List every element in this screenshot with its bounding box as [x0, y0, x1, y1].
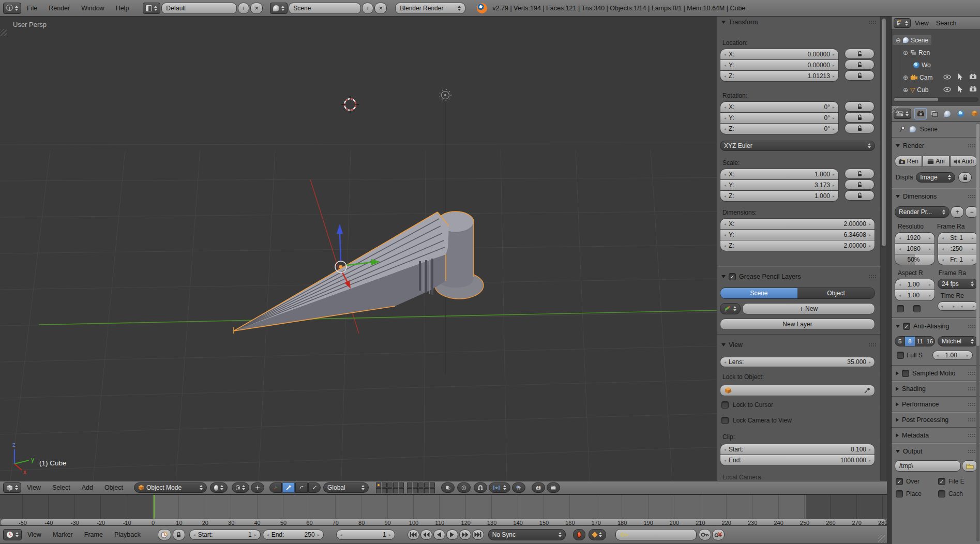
panel-header-performance[interactable]: Performance: [896, 401, 980, 408]
menu-view3d-select[interactable]: Select: [47, 484, 76, 491]
render-still-button[interactable]: Ren: [895, 156, 922, 167]
display-mode-dropdown[interactable]: Image: [916, 172, 955, 183]
snap-element-dropdown[interactable]: [489, 482, 510, 493]
screen-layout-selector[interactable]: [143, 3, 160, 14]
transform-orientation-dropdown[interactable]: Global: [323, 482, 369, 493]
time-remap-new-field[interactable]: ◂▸: [958, 302, 978, 310]
scene-selector-icon-button[interactable]: [270, 3, 288, 14]
menu-timeline-marker[interactable]: Marker: [47, 531, 79, 538]
frame-end-field[interactable]: ◂End:250▸: [263, 530, 324, 540]
outliner-item-cube[interactable]: ⊕ ▽ Cub: [903, 85, 928, 95]
panel-header-anti-aliasing[interactable]: ✓ Anti-Aliasing: [896, 323, 980, 330]
lock-time-cursor-button[interactable]: [173, 529, 185, 540]
lock-camera-checkbox[interactable]: [721, 417, 729, 424]
output-path-field[interactable]: /tmp\: [895, 460, 961, 472]
mode-dropdown[interactable]: Object Mode: [134, 482, 207, 493]
delete-scene-button[interactable]: ×: [374, 3, 387, 14]
npanel-scrollbar[interactable]: [881, 17, 886, 481]
keying-set-field[interactable]: [615, 529, 697, 540]
camera-row-select-icon[interactable]: [958, 73, 963, 80]
grease-pencil-new-button[interactable]: +New: [742, 303, 875, 314]
panel-drag-grip[interactable]: [968, 433, 976, 437]
menu-timeline-frame[interactable]: Frame: [79, 531, 109, 538]
timeline-scrollbar[interactable]: -50-40-30-20-100102030405060708090100110…: [0, 519, 887, 525]
current-frame-marker[interactable]: [154, 495, 155, 519]
layer-group-1[interactable]: [376, 482, 404, 493]
full-sample-checkbox[interactable]: [897, 352, 904, 359]
panel-drag-grip[interactable]: [968, 402, 976, 406]
lock-rotation-z-button[interactable]: [845, 123, 875, 133]
menu-help[interactable]: Help: [110, 5, 135, 12]
time-remap-old-field[interactable]: ◂▸: [938, 302, 958, 310]
lock-to-scene-toggle[interactable]: [441, 482, 455, 493]
lock-location-z-button[interactable]: [845, 70, 875, 81]
auto-keyframe-record-button[interactable]: [573, 529, 585, 540]
menu-outliner-search[interactable]: Search: [933, 20, 960, 27]
outliner-item-camera[interactable]: ⊕ Cam: [903, 72, 932, 82]
lock-rotation-y-button[interactable]: [845, 112, 875, 123]
dimensions-x-field[interactable]: ◂X:2.00000▸: [720, 219, 875, 229]
fps-dropdown[interactable]: 24 fps: [938, 279, 978, 289]
cube-row-select-icon[interactable]: [958, 86, 963, 93]
panel-drag-grip[interactable]: [968, 324, 976, 328]
tab-object[interactable]: Object: [797, 288, 875, 298]
tab-render-layers[interactable]: [928, 108, 940, 119]
snap-target-button[interactable]: [512, 482, 525, 493]
region-corner-grip[interactable]: [878, 535, 885, 542]
panel-header-grease-pencil[interactable]: ✓ Grease Pencil Layers: [721, 273, 877, 280]
region-resize-grip[interactable]: [1, 29, 7, 36]
camera-row-eye-icon[interactable]: [943, 74, 951, 80]
camera-row-render-icon[interactable]: [969, 73, 977, 80]
lock-location-x-button[interactable]: [845, 49, 875, 59]
tab-scene[interactable]: [941, 108, 954, 119]
menu-view3d-add[interactable]: Add: [76, 484, 99, 491]
viewport-shading-dropdown[interactable]: [210, 482, 228, 493]
cache-result-option[interactable]: Cach: [938, 490, 963, 497]
sync-mode-dropdown[interactable]: No Sync: [488, 529, 566, 540]
render-audio-button[interactable]: Audi: [950, 156, 977, 167]
panel-header-view[interactable]: View: [721, 341, 877, 349]
editor-type-selector-3dview[interactable]: [3, 482, 21, 493]
3d-viewport[interactable]: z y x User Persp (1) Cube Transform Loca…: [0, 17, 887, 481]
outliner-item-world[interactable]: Wo: [913, 60, 931, 70]
lock-scale-z-button[interactable]: [845, 190, 875, 201]
menu-outliner-view[interactable]: View: [911, 20, 933, 27]
rotation-x-field[interactable]: ◂X:0°▸: [720, 102, 838, 112]
snap-toggle[interactable]: [474, 482, 487, 493]
timeline-region[interactable]: -50-40-30-20-100102030405060708090100110…: [0, 494, 887, 525]
frame-start-prop-field[interactable]: ◂St: 1▸: [938, 233, 977, 243]
location-z-field[interactable]: ◂Z:1.01213▸: [720, 71, 838, 81]
lock-to-cursor-checkbox[interactable]: [721, 401, 729, 409]
aa-samples-11[interactable]: 11: [915, 337, 925, 346]
next-keyframe-button[interactable]: [459, 530, 471, 540]
jump-to-start-button[interactable]: [408, 530, 419, 540]
expand-icon[interactable]: ⊕: [903, 86, 908, 94]
placeholders-option[interactable]: Place: [896, 490, 938, 497]
panel-header-metadata[interactable]: Metadata: [896, 432, 980, 439]
menu-timeline-view[interactable]: View: [22, 531, 47, 538]
resolution-percent-slider[interactable]: 50%: [895, 254, 934, 265]
lock-scale-y-button[interactable]: [845, 179, 875, 190]
pivot-align-toggle[interactable]: [251, 482, 264, 493]
tab-object[interactable]: [968, 108, 980, 119]
overwrite-option[interactable]: ✓Over: [896, 478, 938, 485]
lock-location-y-button[interactable]: [845, 59, 875, 70]
menu-window[interactable]: Window: [76, 5, 110, 12]
editor-type-selector-timeline[interactable]: [3, 529, 22, 540]
tab-scene[interactable]: Scene: [720, 288, 797, 298]
insert-keyframe-button[interactable]: [699, 529, 711, 540]
panel-header-sampled-motion[interactable]: Sampled Motio: [896, 370, 980, 377]
anti-aliasing-checkbox[interactable]: ✓: [903, 323, 910, 330]
aa-samples-16[interactable]: 16: [925, 337, 934, 346]
outliner-item-scene[interactable]: ⊖ Scene: [893, 35, 931, 45]
panel-drag-grip[interactable]: [968, 449, 976, 454]
panel-drag-grip[interactable]: [968, 418, 976, 422]
lock-to-object-field[interactable]: [720, 385, 875, 396]
rotation-z-field[interactable]: ◂Z:0°▸: [720, 124, 838, 134]
delete-layout-button[interactable]: ×: [250, 3, 263, 14]
proportional-edit-toggle[interactable]: [457, 482, 471, 493]
current-frame-field[interactable]: ◂1▸: [336, 530, 395, 540]
aspect-y-field[interactable]: ◂1.00▸: [895, 290, 934, 300]
panel-header-dimensions[interactable]: Dimensions: [896, 193, 980, 200]
browse-output-folder-button[interactable]: [962, 460, 977, 472]
